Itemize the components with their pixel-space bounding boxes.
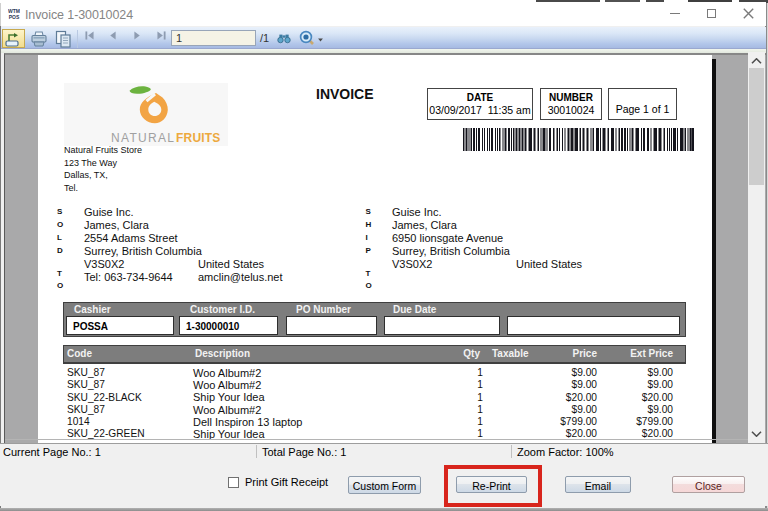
svg-text:NATURAL: NATURAL (111, 131, 175, 144)
svg-text:FRUITS: FRUITS (176, 131, 221, 144)
svg-text:POS: POS (9, 14, 20, 20)
